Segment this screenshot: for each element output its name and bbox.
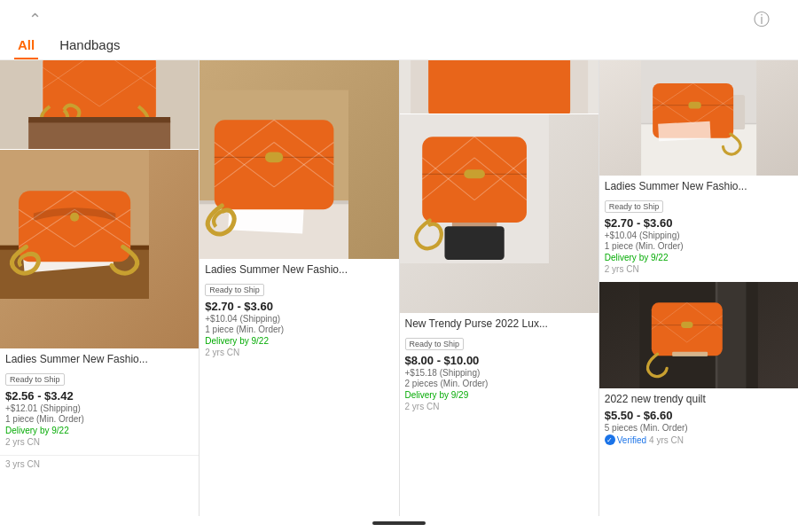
scroll-indicator bbox=[372, 521, 426, 525]
product-card-2[interactable]: Ladies Summer New Fashio... Ready to Shi… bbox=[200, 60, 398, 364]
app-container: ⌃ ⓘ All Handbags bbox=[0, 0, 798, 532]
product-title-4a: Ladies Summer New Fashio... bbox=[605, 180, 793, 194]
supplier-1: 2 yrs CN bbox=[5, 437, 193, 447]
partial-card-bottom-col1: 3 yrs CN bbox=[0, 455, 199, 473]
verified-label: Verified bbox=[617, 435, 646, 445]
verified-row: ✓ Verified 4 yrs CN bbox=[605, 434, 793, 445]
svg-rect-68 bbox=[681, 321, 692, 327]
svg-rect-32 bbox=[265, 152, 283, 162]
delivery-2: Delivery by 9/22 bbox=[205, 336, 393, 346]
info-icon[interactable]: ⓘ bbox=[754, 9, 770, 30]
product-image-3 bbox=[400, 114, 598, 313]
price-2: $2.70 - $3.60 bbox=[205, 300, 393, 313]
product-info-4a: Ladies Summer New Fashio... Ready to Shi… bbox=[599, 176, 798, 281]
shipping-3: +$15.18 (Shipping) bbox=[405, 368, 593, 378]
bag-illustration-2 bbox=[200, 60, 348, 259]
product-title-4b: 2022 new trendy quilt bbox=[605, 393, 793, 407]
shipping-1: +$12.01 (Shipping) bbox=[5, 403, 193, 413]
delivery-3: Delivery by 9/29 bbox=[405, 390, 593, 400]
product-card-1[interactable]: Ladies Summer New Fashio... Ready to Shi… bbox=[0, 150, 199, 454]
svg-rect-38 bbox=[422, 137, 527, 223]
chevron-up-icon[interactable]: ⌃ bbox=[28, 10, 42, 29]
svg-rect-6 bbox=[28, 121, 170, 149]
svg-point-19 bbox=[70, 213, 79, 222]
ready-ship-badge-3: Ready to Ship bbox=[405, 338, 465, 350]
min-order-3: 2 pieces (Min. Order) bbox=[405, 379, 593, 388]
product-col-3: New Trendy Purse 2022 Lux... Ready to Sh… bbox=[400, 60, 598, 516]
product-card-4b[interactable]: 2022 new trendy quilt $5.50 - $6.60 5 pi… bbox=[599, 282, 798, 453]
delivery-4a: Delivery by 9/22 bbox=[605, 253, 793, 262]
supplier-1b: 3 yrs CN bbox=[5, 459, 193, 469]
product-image-2 bbox=[200, 60, 398, 259]
product-image-4b bbox=[599, 282, 798, 388]
product-col-1: Ladies Summer New Fashio... Ready to Shi… bbox=[0, 60, 199, 516]
product-info-3: New Trendy Purse 2022 Lux... Ready to Sh… bbox=[400, 313, 598, 419]
product-col-4: Ladies Summer New Fashio... Ready to Shi… bbox=[599, 60, 798, 516]
header: ⌃ ⓘ All Handbags bbox=[0, 0, 798, 60]
ready-ship-badge-2: Ready to Ship bbox=[205, 284, 264, 296]
shipping-2: +$10.04 (Shipping) bbox=[205, 314, 393, 324]
supplier-2: 2 yrs CN bbox=[205, 348, 393, 357]
product-title-1: Ladies Summer New Fashio... bbox=[5, 353, 193, 367]
svg-rect-12 bbox=[19, 191, 130, 262]
product-card-3[interactable]: New Trendy Purse 2022 Lux... Ready to Sh… bbox=[400, 114, 598, 419]
product-info-4b: 2022 new trendy quilt $5.50 - $6.60 5 pi… bbox=[599, 388, 798, 453]
product-info-2: Ladies Summer New Fashio... Ready to Shi… bbox=[200, 259, 398, 364]
partial-card-top bbox=[0, 60, 199, 149]
verified-badge: ✓ Verified bbox=[605, 434, 646, 445]
ready-ship-badge-4a: Ready to Ship bbox=[605, 200, 664, 213]
partial-bag-col3 bbox=[400, 60, 598, 113]
bottom-bar bbox=[0, 516, 798, 532]
min-order-2: 1 piece (Min. Order) bbox=[205, 325, 393, 334]
bag-illustration-4b bbox=[599, 282, 798, 388]
products-grid: Ladies Summer New Fashio... Ready to Shi… bbox=[0, 60, 798, 516]
svg-rect-62 bbox=[652, 302, 723, 356]
supplier-4a: 2 yrs CN bbox=[605, 264, 793, 274]
bag-image-partial bbox=[0, 60, 199, 149]
product-card-4a[interactable]: Ladies Summer New Fashio... Ready to Shi… bbox=[599, 60, 798, 281]
supplier-3: 2 yrs CN bbox=[405, 402, 593, 411]
product-title-3: New Trendy Purse 2022 Lux... bbox=[405, 317, 593, 332]
product-image-1 bbox=[0, 150, 199, 348]
header-top: ⌃ ⓘ bbox=[14, 7, 784, 32]
min-order-1: 1 piece (Min. Order) bbox=[5, 414, 193, 424]
price-4b: $5.50 - $6.60 bbox=[605, 409, 793, 422]
svg-rect-34 bbox=[428, 60, 570, 113]
svg-rect-58 bbox=[658, 121, 710, 142]
verified-check-icon: ✓ bbox=[605, 434, 615, 445]
min-order-4a: 1 piece (Min. Order) bbox=[605, 241, 793, 251]
bag-illustration-3 bbox=[400, 114, 549, 263]
svg-rect-57 bbox=[688, 102, 700, 109]
bag-illustration-1 bbox=[0, 150, 149, 299]
min-order-4b: 5 pieces (Min. Order) bbox=[605, 423, 793, 433]
delivery-1: Delivery by 9/22 bbox=[5, 426, 193, 435]
svg-rect-46 bbox=[464, 169, 485, 178]
price-3: $8.00 - $10.00 bbox=[405, 354, 593, 367]
supplier-4b: 4 yrs CN bbox=[649, 435, 684, 445]
svg-rect-7 bbox=[28, 117, 170, 122]
svg-rect-69 bbox=[672, 351, 708, 356]
svg-rect-37 bbox=[444, 226, 504, 260]
partial-top-col3 bbox=[400, 60, 598, 113]
tab-all[interactable]: All bbox=[14, 32, 38, 59]
bag-illustration-4a bbox=[599, 60, 798, 176]
price-4a: $2.70 - $3.60 bbox=[605, 216, 793, 230]
tab-handbags[interactable]: Handbags bbox=[56, 32, 123, 59]
product-image-4a bbox=[599, 60, 798, 176]
tabs-bar: All Handbags bbox=[14, 32, 784, 59]
shipping-4a: +$10.04 (Shipping) bbox=[605, 231, 793, 240]
product-title-2: Ladies Summer New Fashio... bbox=[205, 263, 393, 278]
ready-ship-badge-1: Ready to Ship bbox=[5, 373, 65, 386]
price-1: $2.56 - $3.42 bbox=[5, 389, 193, 403]
svg-rect-24 bbox=[215, 120, 334, 209]
product-info-1: Ladies Summer New Fashio... Ready to Shi… bbox=[0, 348, 199, 454]
product-col-2: Ladies Summer New Fashio... Ready to Shi… bbox=[200, 60, 398, 516]
